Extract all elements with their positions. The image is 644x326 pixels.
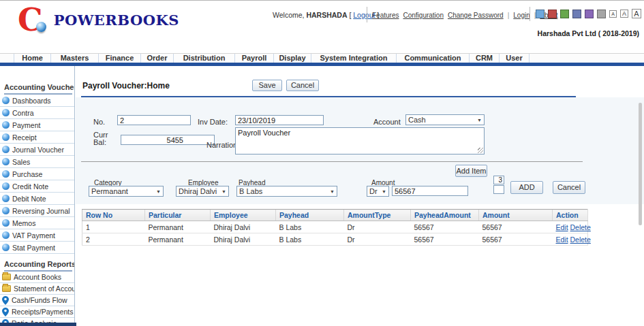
font-size-small-button[interactable]: A [609, 10, 617, 18]
sidebar-item-stat-payment[interactable]: Stat Payment [0, 242, 74, 254]
theme-swatch-blue[interactable] [536, 10, 545, 18]
voucher-icon [2, 219, 10, 227]
cell-row-no: 2 [82, 233, 145, 246]
sidebar-item-reversing-journal[interactable]: Reversing Journal [0, 205, 74, 217]
cell-payhead-amount: 56567 [411, 233, 479, 246]
menu-order[interactable]: Order [141, 54, 174, 63]
account-select[interactable]: Cash ▼ [405, 114, 485, 125]
add-row-button[interactable]: ADD [510, 181, 543, 194]
voucher-icon [2, 133, 10, 141]
sidebar-item-label: Stat Payment [12, 244, 55, 252]
edit-link[interactable]: Edit [556, 235, 568, 244]
menu-masters[interactable]: Masters [51, 54, 99, 63]
font-size-medium-button[interactable]: A [620, 10, 628, 18]
sidebar-item-sales[interactable]: Sales [0, 156, 74, 168]
menu-crm[interactable]: CRM [470, 54, 500, 63]
login-link[interactable]: Login [513, 12, 530, 19]
theme-swatch-green[interactable] [560, 10, 569, 18]
menu-payroll[interactable]: Payroll [235, 54, 274, 63]
item-count-input-secondary[interactable] [493, 185, 504, 194]
sidebar-item-payment[interactable]: Payment [0, 119, 74, 131]
employee-select[interactable]: Dhiraj Dalvi ▼ [176, 186, 229, 197]
menu-communication[interactable]: Communication [397, 54, 470, 63]
sidebar-item-label: Debit Note [12, 195, 46, 203]
delete-link[interactable]: Delete [570, 223, 591, 231]
menu-system-integration[interactable]: System Integration [311, 54, 397, 63]
sidebar-item-receipt[interactable]: Receipt [0, 131, 74, 144]
narration-field-wrap: Payroll Voucher [235, 127, 485, 154]
folder-icon [2, 285, 11, 292]
sidebar-item-purchase[interactable]: Purchase [0, 168, 74, 180]
category-select[interactable]: Permanant ▼ [89, 186, 164, 197]
cancel-button[interactable]: Cancel [286, 80, 319, 91]
amount-input[interactable] [392, 186, 468, 196]
menu-distribution[interactable]: Distribution [174, 54, 235, 63]
theme-swatch-slate[interactable] [572, 10, 581, 18]
delete-link[interactable]: Delete [570, 235, 591, 244]
cell-amount-type: Dr [344, 221, 411, 233]
sidebar-item-label: Dashboards [12, 97, 51, 105]
inv-date-input[interactable] [235, 115, 324, 125]
sidebar-item-dashboards[interactable]: Dashboards [0, 95, 74, 107]
add-item-button[interactable]: Add Item [455, 165, 487, 177]
bracket-open: [ [349, 11, 351, 19]
table-header-row: Row No Particular Employee Payhead Amoun… [82, 210, 588, 221]
payhead-select[interactable]: B Labs ▼ [236, 186, 337, 197]
cell-payhead: B Labs [276, 221, 344, 233]
theme-swatch-gray[interactable] [597, 10, 606, 18]
voucher-icon [2, 158, 10, 165]
sidebar-item-receipts-payments[interactable]: Receipts/Payments [0, 306, 74, 318]
category-select-value: Permanant [91, 187, 128, 195]
curr-label-line2: Bal: [93, 138, 106, 146]
header-separator [530, 7, 530, 21]
cell-particular: Permanant [145, 233, 211, 246]
edit-link[interactable]: Edit [556, 223, 568, 231]
menu-finance[interactable]: Finance [99, 54, 141, 63]
sidebar-item-credit-note[interactable]: Credit Note [0, 180, 74, 193]
voucher-icon [2, 207, 10, 214]
voucher-icon [2, 146, 10, 153]
scrollbar-thumb[interactable] [639, 103, 642, 225]
sidebar-item-label: Reversing Journal [12, 207, 70, 215]
change-password-link[interactable]: Change Password [448, 12, 504, 19]
sidebar-item-label: Cash/Funds Flow [12, 296, 67, 304]
chevron-down-icon: ▼ [330, 189, 335, 194]
sidebar-item-debit-note[interactable]: Debit Note [0, 193, 74, 205]
sidebar-item-label: Sales [12, 158, 30, 166]
bottom-bar [0, 323, 76, 326]
menu-display[interactable]: Display [274, 54, 311, 63]
sidebar-item-memos[interactable]: Memos [0, 217, 74, 229]
no-input[interactable] [117, 115, 191, 125]
save-button[interactable]: Save [252, 80, 282, 91]
menu-user[interactable]: User [500, 54, 530, 63]
sidebar-item-cash-funds-flow[interactable]: Cash/Funds Flow [0, 295, 74, 306]
voucher-icon [2, 97, 10, 104]
col-employee: Employee [211, 210, 276, 221]
resize-handle-icon[interactable] [478, 148, 483, 153]
font-size-large-button[interactable]: A [632, 9, 641, 18]
menu-home[interactable]: Home [14, 54, 51, 63]
no-label: No. [93, 118, 105, 126]
sidebar: Accounting Vouchers Dashboards Contra Pa… [0, 66, 75, 326]
cell-row-no: 1 [82, 221, 145, 233]
sidebar-item-contra[interactable]: Contra [0, 107, 74, 119]
powerbooks-logo: C POWERBOOKS [18, 3, 179, 36]
sidebar-item-vat-payment[interactable]: VAT Payment [0, 229, 74, 242]
amount-type-select[interactable]: Dr ▼ [367, 186, 389, 197]
features-link[interactable]: Features [372, 12, 399, 19]
sidebar-item-account-books[interactable]: Account Books [0, 272, 74, 283]
chevron-down-icon: ▼ [382, 189, 386, 194]
item-count-input[interactable] [493, 176, 504, 184]
sidebar-item-journal-voucher[interactable]: Journal Voucher [0, 144, 74, 156]
narration-textarea[interactable]: Payroll Voucher [235, 127, 485, 154]
theme-swatch-purple[interactable] [585, 10, 594, 18]
header-separator [367, 7, 367, 22]
sidebar-item-label: Payment [12, 121, 40, 129]
configuration-link[interactable]: Configuration [403, 12, 443, 19]
sidebar-item-statement-of-accounts[interactable]: Statement of Accounts [0, 283, 74, 295]
cell-amount: 56567 [479, 221, 553, 233]
powerbooks-app: C POWERBOOKS Welcome, HARSHADA [ Logout … [0, 0, 644, 326]
curr-bal-input[interactable] [121, 135, 215, 145]
theme-swatch-red[interactable] [548, 10, 557, 18]
cancel-row-button[interactable]: Cancel [553, 181, 585, 194]
